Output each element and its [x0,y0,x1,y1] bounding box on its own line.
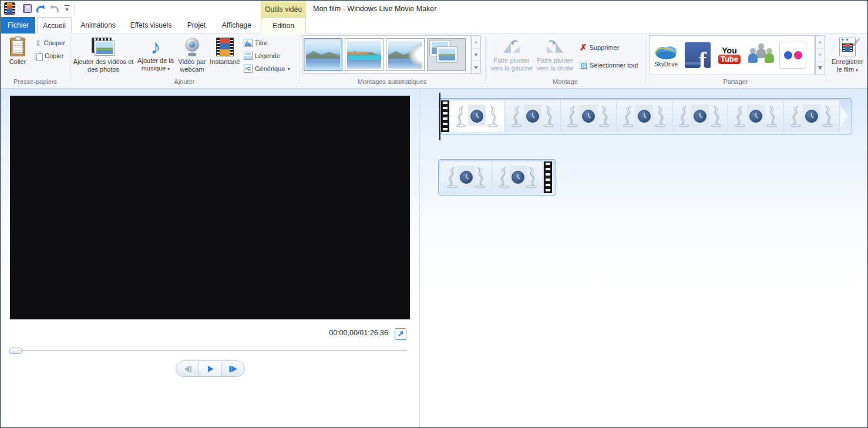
copy-button[interactable]: Copier [35,50,63,62]
rotate-left-label: Faire pivoter vers la gauche [490,57,533,72]
previous-frame-button[interactable] [176,361,199,376]
clock-icon [526,110,539,123]
group-label-editing: Montage [485,78,645,87]
smoke-wisp-icon [543,105,554,128]
add-music-label: Ajouter de la musique ▾ [136,57,175,73]
snapshot-button[interactable]: Instantané [207,35,243,78]
play-icon [206,365,215,373]
share-expand-icon[interactable]: ▼ [816,62,825,75]
storyboard-clip[interactable] [617,100,672,132]
rotate-right-icon [545,38,565,55]
storyboard-clip[interactable] [449,100,505,132]
rotate-left-button[interactable]: Faire pivoter vers la gauche [490,35,533,78]
pane-divider[interactable] [419,89,420,428]
smoke-wisp-icon [511,105,523,128]
tab-accueil[interactable]: Accueil [37,17,72,33]
smoke-wisp-icon [678,105,690,128]
caption-icon [244,52,253,60]
tab-affichage[interactable]: Affichage [218,17,255,33]
storyboard-clip[interactable] [672,100,728,132]
group-separator [70,36,70,84]
automovie-theme-picture-in-picture[interactable] [427,38,466,71]
share-youtube-button[interactable]: You Tube [714,38,745,73]
share-facebook-button[interactable]: f [682,38,714,73]
credits-button[interactable]: Générique ▾ [244,63,290,75]
gallery-expand-icon[interactable]: ▼ [472,61,480,73]
smoke-wisp-icon [487,105,499,128]
storyboard-clip[interactable] [505,100,561,132]
storyboard-clip[interactable] [784,100,840,132]
storyboard-row [438,159,556,196]
tab-effets-visuels[interactable]: Effets visuels [127,17,174,33]
dropdown-arrow-icon: ▾ [856,68,858,73]
cut-label: Couper [44,39,65,46]
seek-thumb[interactable] [9,348,22,354]
clock-icon [805,110,818,123]
smoke-wisp-icon [766,105,778,128]
fullscreen-button[interactable] [395,328,406,340]
storyboard-clip[interactable] [561,100,617,132]
playhead-cursor[interactable] [439,93,440,140]
fullscreen-arrow-icon [397,331,404,338]
window-title: Mon film - Windows Live Movie Maker [313,1,436,17]
redo-icon[interactable] [49,4,60,14]
select-all-icon [580,62,587,69]
share-gallery: SkyDrive f You Tube [650,35,815,75]
share-skydrive-button[interactable]: SkyDrive [650,38,682,73]
share-flickr-button[interactable] [777,38,809,73]
snapshot-icon [216,38,234,56]
paste-button[interactable]: Coller [4,35,31,78]
tab-fichier[interactable]: Fichier [1,17,35,33]
app-icon[interactable] [4,2,15,15]
automovie-theme-page-curl[interactable] [386,38,425,71]
share-messenger-button[interactable] [745,38,777,73]
smoke-wisp-icon [455,105,467,128]
storyboard-row [439,98,852,134]
tab-animations[interactable]: Animations [77,17,119,33]
smoke-wisp-icon [498,166,510,189]
smoke-wisp-icon [822,105,833,128]
theme-preview [428,39,465,70]
select-all-button[interactable]: Sélectionner tout [580,59,638,71]
rotate-right-button[interactable]: Faire pivoter vers la droite [533,35,577,78]
credits-icon [244,65,253,73]
title-button[interactable]: Titre [244,37,268,49]
play-button[interactable] [199,361,222,376]
seek-bar[interactable] [10,347,407,355]
add-videos-photos-button[interactable]: Ajouter des vidéos et des photos [72,35,134,78]
smoke-wisp-icon [790,105,802,128]
automovie-theme-banner-overlay[interactable] [345,38,383,71]
video-preview[interactable] [10,96,410,319]
filmstrip-sprocket [441,100,449,132]
next-frame-button[interactable] [222,361,244,376]
smoke-wisp-icon [567,105,578,128]
gallery-scroll-up-icon[interactable]: ▲ [472,36,480,49]
storyboard-clip[interactable] [440,161,492,193]
clock-icon [694,110,706,123]
delete-button[interactable]: ✗ Supprimer [580,42,619,53]
webcam-video-button[interactable]: Vidéo par webcam [176,35,208,78]
rotate-left-icon [502,38,522,55]
storyboard-clip[interactable] [492,161,544,193]
undo-icon[interactable] [35,4,46,14]
storyboard-clip[interactable] [728,100,784,132]
automovie-theme-default[interactable] [304,38,342,71]
share-scroll-up-icon[interactable]: ▲ [816,36,825,49]
row-continue-arrow-icon [840,100,849,132]
automovie-themes-gallery [302,35,470,74]
webcam-video-label: Vidéo par webcam [176,58,208,73]
group-separator [645,36,646,84]
cut-button[interactable]: ✂ Couper [35,37,65,49]
caption-button[interactable]: Légende [244,50,280,62]
tab-edition[interactable]: Edition [261,17,306,33]
smoke-wisp-icon [474,166,486,189]
gallery-scroll-down-icon[interactable]: ▼ [472,49,480,62]
add-music-button[interactable]: ♪ Ajouter de la musique ▾ [136,35,176,78]
save-movie-button[interactable]: ✦✦ Enregistrer le film ▾ [829,35,866,78]
rotate-right-label: Faire pivoter vers la droite [534,57,576,72]
seek-track[interactable] [10,351,407,352]
customize-qat-dropdown-icon[interactable]: ▾ [63,5,70,12]
tab-projet[interactable]: Projet [180,17,213,33]
save-icon[interactable] [23,4,32,13]
share-scroll-down-icon[interactable]: ▼ [816,49,825,62]
